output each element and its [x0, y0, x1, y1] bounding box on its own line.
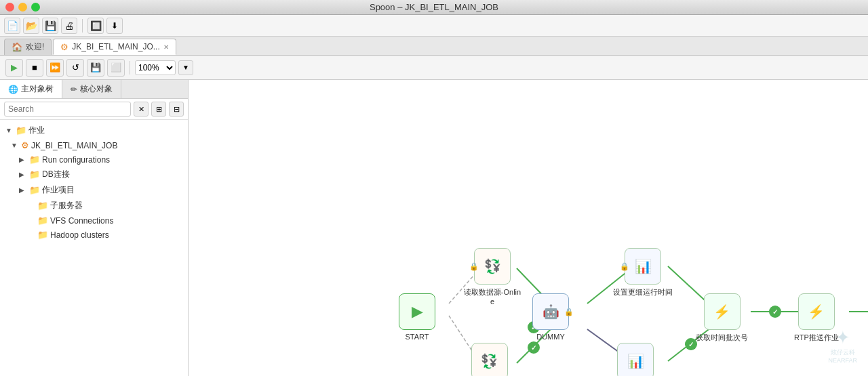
close-button[interactable]	[5, 3, 14, 12]
stop-button[interactable]: ■	[26, 59, 43, 77]
sidebar: 🌐 主对象树 ✏ 核心对象 ✕ ⊞ ⊟ ▼ 📁 作业 ▼ ⚙	[0, 80, 189, 376]
folder-icon: 📁	[29, 185, 40, 195]
traffic-lights	[5, 3, 40, 12]
job-tab-icon: ⚙	[60, 42, 68, 52]
tree-item-job-items[interactable]: ▶ 📁 作业项目	[0, 182, 188, 198]
node-label-settime: 设置更细运行时间	[613, 287, 673, 297]
zoom-select[interactable]: 50% 75% 100% 125% 150% 200%	[135, 60, 176, 75]
canvas-sep	[130, 61, 130, 75]
settime-icon: 📊	[635, 258, 652, 274]
main-layout: 🌐 主对象树 ✏ 核心对象 ✕ ⊞ ⊟ ▼ 📁 作业 ▼ ⚙	[0, 80, 868, 376]
tree-label-job-items: 作业项目	[42, 184, 75, 196]
tree-item-main-job[interactable]: ▼ ⚙ JK_BI_ETL_MAIN_JOB	[0, 138, 188, 152]
watermark-icon: ✦	[835, 327, 850, 348]
defaulttime-icon: 📊	[627, 353, 644, 369]
canvas-area[interactable]: ✓ ✓ ✓ ✓ ✓	[189, 80, 868, 376]
expand-icon: ▶	[19, 171, 27, 178]
tree-item-vfs[interactable]: 📁 VFS Connections	[0, 213, 188, 228]
svg-text:✓: ✓	[531, 344, 536, 352]
node-defaulttime[interactable]: 📊 默认运行时间	[613, 343, 658, 376]
expand-icon: ▼	[5, 127, 14, 134]
watermark-text: 炫仔云科NEARFAR	[828, 348, 857, 365]
online-icon: 💱	[484, 258, 501, 274]
tree-label-run-config: Run configurations	[42, 155, 110, 165]
new-button[interactable]: 📄	[4, 18, 20, 34]
open-button[interactable]: 📂	[23, 18, 39, 34]
tree-label-hadoop: Hadoop clusters	[50, 230, 109, 240]
node-beta[interactable]: 💱 读取数据源-Beta	[462, 343, 517, 376]
node-dummy[interactable]: 🤖 🔒 DUMMY	[532, 293, 569, 341]
save-button[interactable]: 💾	[42, 18, 58, 34]
explore-button[interactable]: 🔲	[87, 18, 104, 34]
minimize-button[interactable]	[18, 3, 27, 12]
node-label-dummy: DUMMY	[536, 333, 565, 341]
svg-point-15	[769, 306, 781, 318]
maximize-button[interactable]	[31, 3, 40, 12]
save-canvas-button[interactable]: 💾	[87, 59, 104, 77]
tab-main-job[interactable]: ⚙ JK_BI_ETL_MAIN_JO... ✕	[53, 39, 176, 55]
search-bar: ✕ ⊞ ⊟	[0, 99, 188, 120]
tree-item-db[interactable]: ▶ 📁 DB连接	[0, 167, 188, 182]
rtp-icon: ⚡	[808, 304, 825, 320]
expand-icon: ▶	[19, 186, 27, 194]
watermark: ✦ 炫仔云科NEARFAR	[828, 327, 857, 365]
folder-icon: 📁	[37, 215, 48, 226]
svg-text:✓: ✓	[688, 341, 694, 348]
tree-label-subserver: 子服务器	[50, 200, 83, 211]
tree-item-run-config[interactable]: ▶ 📁 Run configurations	[0, 152, 188, 167]
expand-all-button[interactable]: ⊞	[151, 102, 166, 117]
tree-label-main-job: JK_BI_ETL_MAIN_JOB	[31, 141, 117, 150]
node-label-start: START	[405, 333, 429, 341]
welcome-tab-label: 欢迎!	[26, 41, 44, 53]
folder-icon: 📁	[29, 154, 40, 165]
sidebar-tab-main-tree[interactable]: 🌐 主对象树	[0, 80, 62, 98]
core-label: 核心对象	[80, 83, 113, 95]
settime-lock-icon: 🔒	[620, 262, 629, 271]
folder-icon: 📁	[29, 169, 40, 180]
welcome-tab-icon: 🏠	[12, 42, 22, 52]
deploy-button[interactable]: ⬇	[106, 18, 123, 34]
tab-welcome[interactable]: 🏠 欢迎!	[4, 39, 52, 55]
collapse-all-button[interactable]: ⊟	[169, 102, 184, 117]
publish-button[interactable]: ⬜	[107, 59, 125, 77]
dummy-icon: 🤖	[542, 304, 559, 320]
replay-button[interactable]: ↺	[66, 59, 84, 77]
main-tree-icon: 🌐	[8, 85, 18, 94]
node-online[interactable]: 💱 🔒 读取数据源-Online	[462, 248, 523, 306]
canvas-toolbar: ▶ ■ ⏩ ↺ 💾 ⬜ 50% 75% 100% 125% 150% 200% …	[0, 56, 868, 80]
node-label-getbatch: 获取时间批次号	[696, 333, 748, 343]
print-button[interactable]: 🖨	[61, 18, 77, 34]
start-icon: ▶	[412, 303, 423, 320]
job-icon: ⚙	[21, 140, 29, 150]
window-title: Spoon – JK_BI_ETL_MAIN_JOB	[370, 2, 498, 12]
search-clear-button[interactable]: ✕	[134, 102, 149, 117]
tree-item-hadoop[interactable]: 📁 Hadoop clusters	[0, 228, 188, 242]
node-start[interactable]: ▶ START	[399, 293, 435, 341]
folder-icon: 📁	[37, 230, 48, 240]
job-tab-label: JK_BI_ETL_MAIN_JO...	[72, 42, 159, 51]
tab-close-button[interactable]: ✕	[163, 43, 169, 51]
node-settime[interactable]: 📊 🔒 设置更细运行时间	[613, 248, 673, 297]
node-label-online: 读取数据源-Online	[462, 287, 523, 306]
tree-item-jobs[interactable]: ▼ 📁 作业	[0, 123, 188, 138]
main-toolbar: 📄 📂 💾 🖨 🔲 ⬇	[0, 15, 868, 37]
online-lock-icon: 🔒	[469, 262, 479, 271]
getbatch-icon: ⚡	[713, 304, 730, 320]
folder-icon: 📁	[37, 201, 48, 211]
tree-item-subserver[interactable]: 📁 子服务器	[0, 198, 188, 213]
tab-bar: 🏠 欢迎! ⚙ JK_BI_ETL_MAIN_JO... ✕	[0, 37, 868, 56]
run-button[interactable]: ▶	[5, 59, 23, 77]
resume-button[interactable]: ⏩	[46, 59, 64, 77]
arrows-svg: ✓ ✓ ✓ ✓ ✓	[189, 80, 868, 376]
titlebar: Spoon – JK_BI_ETL_MAIN_JOB	[0, 0, 868, 15]
expand-icon: ▶	[19, 156, 27, 163]
tree-label-jobs: 作业	[28, 125, 45, 136]
search-input[interactable]	[4, 102, 131, 117]
beta-icon: 💱	[481, 353, 498, 369]
zoom-dropdown-button[interactable]: ▼	[178, 60, 193, 75]
core-icon: ✏	[71, 85, 77, 94]
dummy-lock-icon: 🔒	[564, 308, 574, 316]
sidebar-tab-core[interactable]: ✏ 核心对象	[62, 80, 121, 98]
main-tree-label: 主对象树	[21, 83, 54, 95]
node-getbatch[interactable]: ⚡ 获取时间批次号	[696, 293, 748, 343]
